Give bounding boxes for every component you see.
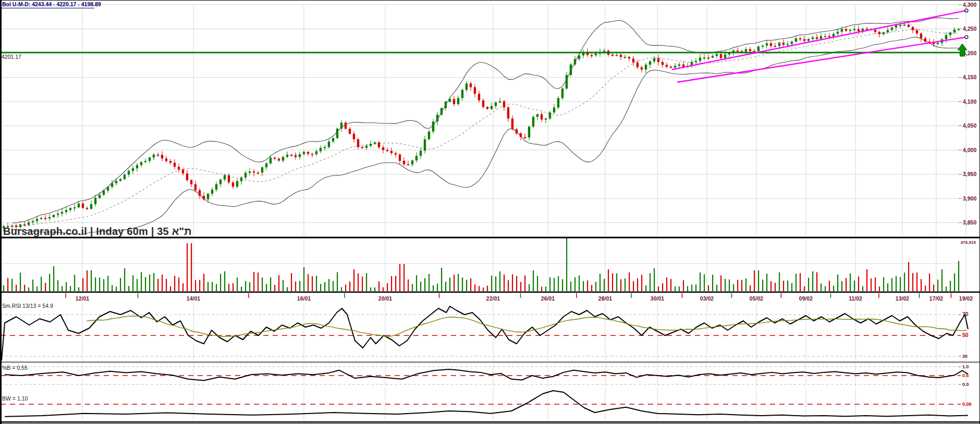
bandwidth-indicator-label: BW = 1.10 bbox=[2, 395, 28, 402]
price-chart-svg: 4,3004,2504,2004,1504,1004,0504,0003,950… bbox=[1, 1, 980, 424]
bw-pane-surface[interactable] bbox=[1, 388, 980, 422]
price-axis-tick-label: 3,850 bbox=[963, 219, 976, 226]
rsi-pane-surface[interactable] bbox=[1, 302, 980, 361]
percent-b-indicator-label: %B = 0.55 bbox=[2, 365, 28, 371]
date-axis-tick-label: 11/02 bbox=[849, 295, 862, 302]
pane-separator bbox=[1, 292, 980, 293]
price-axis-tick-label: 4,300 bbox=[963, 2, 976, 8]
date-axis-tick-label: 03/02 bbox=[700, 295, 714, 302]
indicator-axis-tick-label: 1.0 bbox=[962, 364, 969, 369]
price-axis-tick-label: 4,000 bbox=[963, 147, 976, 153]
date-axis-tick-label: 16/01 bbox=[297, 295, 311, 302]
price-axis-tick-label: 3,950 bbox=[963, 171, 976, 177]
price-line-label: 4201.17 bbox=[2, 54, 21, 60]
price-axis-tick-label: 4,050 bbox=[963, 122, 976, 129]
price-axis-tick-label: 3,900 bbox=[963, 195, 976, 202]
indicator-axis-tick-label: 0.5 bbox=[962, 373, 969, 378]
volume-pane-surface[interactable] bbox=[1, 238, 980, 292]
date-axis-tick-label: 26/01 bbox=[541, 295, 555, 302]
rsi-indicator-label: Sm.RSI 13/13 = 54.9 bbox=[2, 303, 53, 309]
watermark-brand-label: Bursagraph.co.il | Inday 60m | 35 ת"א bbox=[3, 226, 192, 237]
pane-separator bbox=[1, 421, 980, 423]
date-axis-tick-label: 12/01 bbox=[76, 295, 89, 302]
date-axis-tick-label: 05/02 bbox=[750, 295, 763, 302]
pane-separator bbox=[1, 361, 980, 364]
date-axis-tick-label: 19/02 bbox=[959, 295, 973, 302]
date-axis-tick-label: 28/01 bbox=[598, 295, 612, 302]
indicator-axis-tick-label: 30 bbox=[962, 354, 967, 359]
date-axis-tick-label: 17/02 bbox=[929, 295, 943, 302]
bollinger-values-label: Bol U-M-D: 4243.44 - 4220.17 - 4198.89 bbox=[2, 1, 101, 7]
indicator-axis-tick-label: 0.0 bbox=[962, 382, 969, 387]
date-axis-tick-label: 30/01 bbox=[651, 295, 664, 302]
volume-axis-label: 876,915 bbox=[961, 240, 976, 245]
chart-window: 4,3004,2504,2004,1504,1004,0504,0003,950… bbox=[0, 0, 980, 424]
date-axis-tick-label: 09/02 bbox=[799, 295, 813, 302]
date-axis-tick-label: 14/01 bbox=[187, 295, 200, 302]
price-axis-tick-label: 4,250 bbox=[963, 26, 976, 32]
indicator-axis-tick-label: 0.08 bbox=[962, 402, 972, 407]
date-axis-tick-label: 20/01 bbox=[378, 295, 392, 302]
date-axis-tick-label: 13/02 bbox=[896, 295, 909, 302]
price-axis-tick-label: 4,150 bbox=[963, 74, 976, 80]
indicator-axis-tick-label: 70 bbox=[962, 311, 969, 317]
indicator-axis-tick-label: 50 bbox=[962, 332, 969, 338]
date-axis-tick-label: 22/01 bbox=[486, 295, 500, 302]
left-border bbox=[1, 1, 2, 424]
price-axis-tick-label: 4,100 bbox=[963, 98, 976, 105]
